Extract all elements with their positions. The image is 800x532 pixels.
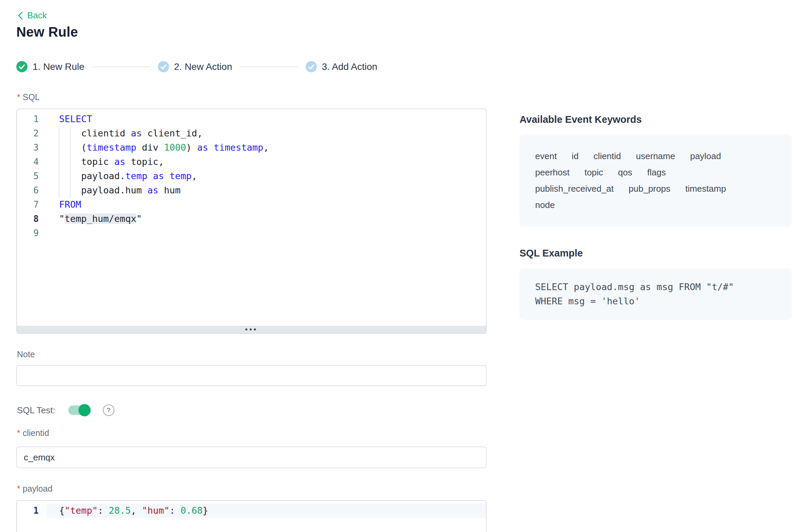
clientid-value: c_emqx [24,452,55,463]
token-pl: , [263,142,269,153]
code-content: payload.temp as temp, [47,169,486,183]
token-hl: temp_hum/emqx [65,213,136,224]
sql-test-toggle[interactable] [68,405,89,415]
sql-example-line: SELECT payload.msg as msg FROM "t/#" [535,280,776,294]
token-pl: } [203,505,208,516]
step-label: 3. Add Action [322,61,377,72]
required-asterisk: * [17,484,20,493]
editor-resize-handle[interactable]: ••• [17,326,486,333]
indent-guide [59,155,59,169]
line-number: 7 [17,197,47,212]
indent-guide [59,140,59,155]
token-kw: timestamp [87,142,136,153]
code-line: 5 payload.temp as temp, [17,169,486,183]
back-link[interactable]: Back [17,10,47,21]
event-keywords-card: eventidclientidusernamepayloadpeerhostto… [520,134,792,227]
code-line: 1{"temp": 28.5, "hum": 0.68} [17,504,486,518]
wizard-step-3[interactable]: 3. Add Action [306,61,377,72]
sql-code-editor[interactable]: 1SELECT2 clientid as client_id,3 (timest… [16,109,487,334]
token-kw: as [197,142,208,153]
sql-editor-lines[interactable]: 1SELECT2 clientid as client_id,3 (timest… [17,109,486,326]
token-pl: , [192,171,197,181]
step-check-icon [16,61,28,72]
line-number: 4 [17,155,47,169]
sql-example-card: SELECT payload.msg as msg FROM "t/#"WHER… [520,268,792,320]
required-asterisk: * [17,428,20,438]
line-number: 5 [17,169,47,183]
step-connector [92,66,150,67]
wizard-step-2[interactable]: 2. New Action [158,61,232,72]
event-keyword: peerhost [535,164,569,180]
code-content: "temp_hum/emqx" [47,212,486,226]
step-label: 2. New Action [174,61,232,72]
help-icon[interactable]: ? [103,404,114,416]
token-pl: topic, [125,156,164,167]
keyword-row: publish_received_atpub_propstimestamp [535,180,776,197]
code-content: topic as topic, [47,155,486,169]
right-sidebar: Available Event Keywords eventidclientid… [520,114,792,320]
code-line: 4 topic as topic, [17,155,486,169]
sql-example-line: WHERE msg = 'hello' [535,294,776,308]
code-content [47,226,486,240]
wizard-step-1[interactable]: 1. New Rule [16,61,85,72]
code-content: SELECT [47,112,486,126]
line-number: 9 [17,226,47,240]
wizard-steps: 1. New Rule2. New Action3. Add Action [16,61,377,72]
resize-dots-icon: ••• [245,326,258,333]
line-number: 3 [17,140,47,155]
payload-editor-lines[interactable]: 1{"temp": 28.5, "hum": 0.68} [17,501,486,518]
code-line: 2 clientid as client_id, [17,126,486,140]
token-kw: as [114,156,126,167]
code-line: 9 [17,226,486,240]
indent-guide [59,126,59,140]
token-pl: { [59,505,65,516]
code-content: FROM [47,197,486,212]
clientid-input[interactable]: c_emqx [16,446,487,468]
payload-code-editor[interactable]: 1{"temp": 28.5, "hum": 0.68} [16,500,487,532]
keyword-row: node [535,197,776,213]
token-num: 0.68 [181,505,203,516]
token-kw: FROM [59,199,81,210]
token-kw: as [147,185,159,195]
event-keyword: pub_props [629,180,670,197]
event-keyword: payload [690,148,721,164]
note-input[interactable] [16,365,487,386]
token-pl [147,171,153,181]
line-number: 6 [17,183,47,197]
note-field-label: Note [17,349,35,359]
event-keyword: clientid [594,148,621,164]
token-pl: " [137,213,142,224]
code-content: (timestamp div 1000) as timestamp, [47,140,486,155]
token-pl [164,171,169,181]
indent-guide [70,126,71,140]
indent-guide [70,140,71,155]
indent-guide [59,183,59,197]
page-title: New Rule [16,24,78,40]
back-label: Back [27,10,47,21]
token-kw: as [153,171,164,181]
code-line: 1SELECT [17,112,486,126]
code-line: 3 (timestamp div 1000) as timestamp, [17,140,486,155]
step-label: 1. New Rule [33,61,85,72]
code-content: clientid as client_id, [47,126,486,140]
token-pl [208,142,214,153]
indent-guide [70,155,71,169]
token-pl: payload. [59,171,125,181]
line-number: 8 [17,212,47,226]
token-str: "temp" [65,505,98,516]
token-pl: ) [186,142,197,153]
keyword-row: eventidclientidusernamepayload [535,148,776,164]
step-check-icon [158,61,169,72]
sql-test-row: SQL Test: ? [17,403,114,417]
token-pl: topic [59,156,114,167]
token-num: 1000 [164,142,186,153]
event-keyword: topic [584,164,603,180]
token-pl: : [169,505,181,516]
token-str: "hum" [142,505,169,516]
step-connector [240,66,298,67]
code-line: 8"temp_hum/emqx" [17,212,486,226]
event-keyword: flags [647,164,666,180]
event-keyword: qos [618,164,632,180]
event-keyword: event [535,148,557,164]
line-number: 1 [17,504,47,518]
